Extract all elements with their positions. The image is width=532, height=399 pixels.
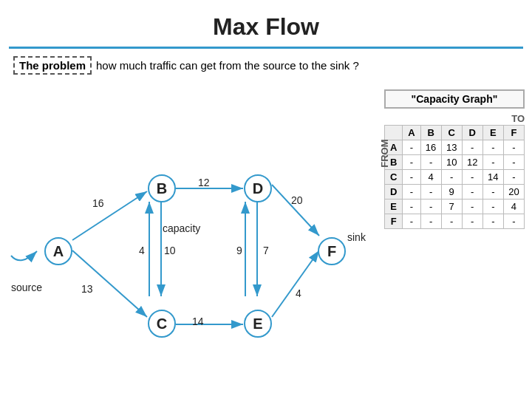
cell-A-F: - — [503, 140, 524, 155]
row-header-D: D — [385, 185, 403, 200]
col-header-C: C — [441, 126, 462, 140]
cell-E-D: - — [462, 200, 482, 214]
cell-B-C: 10 — [441, 155, 462, 170]
cell-F-C: - — [441, 214, 462, 229]
col-header-D: D — [462, 126, 482, 140]
table-row: C-4--14- — [385, 170, 525, 185]
edge-label-EF: 4 — [296, 287, 301, 299]
cell-A-B: 16 — [420, 140, 441, 155]
table-corner — [385, 126, 403, 140]
title-divider — [9, 47, 523, 49]
capacity-graph-panel: "Capacity Graph" TO A B C D E F A-1613--… — [384, 89, 525, 229]
source-label: source — [11, 282, 42, 293]
node-D: D — [244, 174, 272, 202]
cell-C-E: 14 — [482, 170, 503, 185]
table-row: A-1613--- — [385, 140, 525, 155]
cell-C-A: - — [403, 170, 420, 185]
node-E: E — [244, 310, 272, 338]
row-header-F: F — [385, 214, 403, 229]
col-header-E: E — [482, 126, 503, 140]
cell-C-B: 4 — [420, 170, 441, 185]
page-title: Max Flow — [0, 0, 532, 47]
table-row: E--7--4 — [385, 200, 525, 214]
cell-B-B: - — [420, 155, 441, 170]
col-header-B: B — [420, 126, 441, 140]
cell-E-E: - — [482, 200, 503, 214]
cell-E-B: - — [420, 200, 441, 214]
row-header-E: E — [385, 200, 403, 214]
node-C: C — [148, 310, 176, 338]
cell-A-D: - — [462, 140, 482, 155]
table-row: B--1012-- — [385, 155, 525, 170]
edge-label-BC-down: 10 — [164, 245, 176, 256]
cell-F-F: - — [503, 214, 524, 229]
cell-A-A: - — [403, 140, 420, 155]
cell-F-E: - — [482, 214, 503, 229]
problem-label: The problem — [13, 56, 92, 75]
svg-line-7 — [272, 185, 319, 236]
table-row: F------ — [385, 214, 525, 229]
cell-D-A: - — [403, 185, 420, 200]
cell-C-F: - — [503, 170, 524, 185]
row-header-C: C — [385, 170, 403, 185]
edge-label-BC-up: 4 — [139, 245, 145, 256]
edge-label-DF: 20 — [291, 194, 303, 206]
problem-row: The problem how much traffic can get fro… — [13, 56, 519, 75]
main-content: A B C D E F source sink 16 13 12 10 4 14… — [0, 82, 532, 363]
cell-E-A: - — [403, 200, 420, 214]
capacity-label: capacity — [163, 222, 200, 234]
table-row: D--9--20 — [385, 185, 525, 200]
svg-line-1 — [72, 191, 147, 240]
edge-label-ED: 9 — [236, 245, 242, 256]
cell-F-A: - — [403, 214, 420, 229]
cell-A-C: 13 — [441, 140, 462, 155]
edge-label-AB: 16 — [92, 197, 104, 209]
cell-E-C: 7 — [441, 200, 462, 214]
cell-D-F: 20 — [503, 185, 524, 200]
from-label: FROM — [379, 140, 390, 168]
svg-line-8 — [272, 250, 319, 317]
cell-E-F: 4 — [503, 200, 524, 214]
col-header-F: F — [503, 126, 524, 140]
problem-description: how much traffic can get from the source… — [96, 59, 359, 72]
cell-B-E: - — [482, 155, 503, 170]
node-A: A — [44, 237, 72, 265]
node-B: B — [148, 174, 176, 202]
cell-B-A: - — [403, 155, 420, 170]
cell-C-D: - — [462, 170, 482, 185]
capacity-graph-title: "Capacity Graph" — [384, 89, 525, 109]
cell-D-D: - — [462, 185, 482, 200]
cell-F-B: - — [420, 214, 441, 229]
edge-label-CE: 14 — [192, 316, 204, 327]
cell-A-E: - — [482, 140, 503, 155]
cell-B-D: 12 — [462, 155, 482, 170]
cell-D-E: - — [482, 185, 503, 200]
capacity-table: A B C D E F A-1613---B--1012--C-4--14-D-… — [384, 125, 525, 229]
col-header-A: A — [403, 126, 420, 140]
cell-D-B: - — [420, 185, 441, 200]
to-label: TO — [384, 113, 525, 124]
cell-F-D: - — [462, 214, 482, 229]
edge-label-BD: 12 — [198, 177, 210, 188]
edge-label-DE: 7 — [263, 245, 269, 256]
edge-label-AC: 13 — [81, 283, 93, 295]
node-F: F — [318, 237, 346, 265]
sink-label: sink — [347, 231, 366, 243]
cell-B-F: - — [503, 155, 524, 170]
cell-C-C: - — [441, 170, 462, 185]
cell-D-C: 9 — [441, 185, 462, 200]
